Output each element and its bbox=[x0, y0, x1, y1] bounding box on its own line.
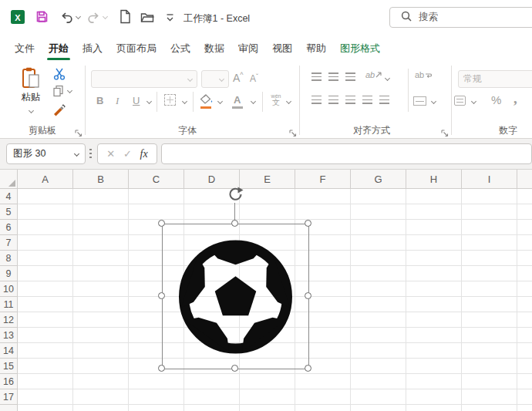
format-painter-icon[interactable] bbox=[52, 104, 66, 116]
align-middle-icon[interactable] bbox=[328, 72, 338, 81]
qat-customize-icon[interactable] bbox=[166, 13, 174, 22]
tab-file[interactable]: 文件 bbox=[8, 37, 42, 61]
align-top-icon[interactable] bbox=[311, 72, 322, 81]
undo-dropdown-icon[interactable] bbox=[76, 14, 81, 19]
row-header-9[interactable]: 9 bbox=[0, 266, 18, 281]
tab-insert[interactable]: 插入 bbox=[76, 37, 109, 61]
resize-handle-middle-right[interactable] bbox=[305, 292, 311, 299]
clipboard-dialog-launcher-icon[interactable] bbox=[75, 126, 82, 134]
align-center-icon[interactable] bbox=[328, 96, 338, 104]
row-header-6[interactable]: 6 bbox=[0, 220, 18, 235]
open-folder-icon[interactable] bbox=[140, 12, 155, 23]
row-header-8[interactable]: 8 bbox=[0, 251, 18, 266]
enter-icon[interactable]: ✓ bbox=[123, 148, 132, 160]
row-header-11[interactable]: 11 bbox=[0, 297, 18, 312]
row-header-4[interactable]: 4 bbox=[0, 189, 18, 204]
borders-dropdown-icon[interactable] bbox=[182, 99, 187, 104]
comma-style-icon[interactable]: , bbox=[513, 90, 517, 107]
row-header-5[interactable]: 5 bbox=[0, 204, 18, 220]
column-header-H[interactable]: H bbox=[406, 170, 462, 189]
paste-button-label[interactable]: 粘贴 bbox=[12, 91, 49, 104]
wrap-text-icon[interactable]: ab bbox=[415, 70, 432, 79]
orientation-dropdown-icon[interactable] bbox=[385, 76, 390, 81]
merge-center-icon[interactable] bbox=[413, 96, 426, 106]
resize-handle-bottom-left[interactable] bbox=[158, 365, 165, 372]
tab-formulas[interactable]: 公式 bbox=[163, 37, 197, 61]
formula-input[interactable] bbox=[161, 143, 532, 164]
tab-help[interactable]: 帮助 bbox=[299, 37, 333, 61]
column-header-G[interactable]: G bbox=[351, 170, 406, 189]
column-header-B[interactable]: B bbox=[73, 170, 129, 189]
search-box[interactable]: 搜索 bbox=[389, 7, 532, 28]
merge-dropdown-icon[interactable] bbox=[431, 99, 436, 104]
cut-icon[interactable] bbox=[53, 68, 66, 80]
row-header-12[interactable]: 12 bbox=[0, 312, 18, 328]
column-header-E[interactable]: E bbox=[240, 170, 295, 189]
tab-view[interactable]: 视图 bbox=[265, 37, 299, 61]
orientation-icon[interactable]: ab bbox=[365, 70, 382, 79]
decrease-indent-icon[interactable] bbox=[362, 96, 372, 104]
undo-icon[interactable] bbox=[60, 11, 73, 23]
number-format-combo[interactable]: 常规 bbox=[458, 70, 532, 88]
copy-icon[interactable] bbox=[52, 85, 64, 97]
select-all-button[interactable] bbox=[0, 170, 18, 189]
rotate-handle-icon[interactable] bbox=[228, 187, 244, 205]
font-dialog-launcher-icon[interactable] bbox=[289, 126, 297, 134]
resize-handle-bottom-right[interactable] bbox=[305, 365, 311, 372]
underline-dropdown-icon[interactable] bbox=[146, 99, 152, 104]
phonetic-guide-icon[interactable]: wén 文 bbox=[269, 93, 283, 106]
row-header-14[interactable]: 14 bbox=[0, 343, 18, 359]
increase-indent-icon[interactable] bbox=[379, 96, 389, 104]
bold-icon[interactable]: B bbox=[96, 95, 103, 106]
align-bottom-icon[interactable] bbox=[345, 72, 355, 81]
percent-style-icon[interactable]: % bbox=[491, 93, 501, 106]
resize-handle-bottom-center[interactable] bbox=[231, 365, 238, 372]
paste-icon[interactable] bbox=[21, 67, 41, 89]
underline-icon[interactable]: U bbox=[133, 95, 140, 106]
column-header-F[interactable]: F bbox=[295, 170, 351, 189]
tab-shape-format[interactable]: 图形格式 bbox=[333, 37, 387, 61]
alignment-dialog-launcher-icon[interactable] bbox=[441, 126, 449, 134]
italic-icon[interactable]: I bbox=[116, 95, 119, 107]
save-icon[interactable] bbox=[35, 10, 49, 23]
resize-handle-top-right[interactable] bbox=[305, 220, 311, 227]
resize-handle-middle-left[interactable] bbox=[158, 292, 165, 299]
tab-page-layout[interactable]: 页面布局 bbox=[109, 37, 163, 61]
resize-handle-top-left[interactable] bbox=[158, 220, 165, 227]
shrink-font-icon[interactable]: Aˇ bbox=[250, 73, 258, 84]
fill-color-icon[interactable] bbox=[200, 94, 213, 104]
row-header-17[interactable]: 17 bbox=[0, 389, 18, 405]
formula-bar-grip[interactable] bbox=[89, 149, 92, 160]
borders-icon[interactable] bbox=[164, 94, 176, 106]
name-box[interactable]: 图形 30 bbox=[6, 143, 86, 164]
row-header-15[interactable]: 15 bbox=[0, 359, 18, 374]
accounting-format-icon[interactable] bbox=[454, 96, 466, 106]
font-color-dropdown-icon[interactable] bbox=[251, 99, 256, 104]
column-header-I[interactable]: I bbox=[462, 170, 517, 189]
column-header-A[interactable]: A bbox=[18, 170, 73, 189]
fill-color-dropdown-icon[interactable] bbox=[217, 99, 223, 104]
tab-review[interactable]: 审阅 bbox=[231, 37, 265, 61]
paste-dropdown-icon[interactable] bbox=[29, 108, 34, 113]
phonetic-dropdown-icon[interactable] bbox=[286, 99, 291, 104]
row-header-16[interactable]: 16 bbox=[0, 374, 18, 389]
accounting-dropdown-icon[interactable] bbox=[471, 99, 476, 104]
name-box-dropdown-icon[interactable] bbox=[74, 151, 79, 157]
grow-font-icon[interactable]: A^ bbox=[233, 72, 244, 84]
tab-home[interactable]: 开始 bbox=[42, 37, 76, 61]
align-right-icon[interactable] bbox=[345, 96, 355, 104]
column-header-C[interactable]: C bbox=[129, 170, 184, 189]
copy-dropdown-icon[interactable] bbox=[67, 88, 72, 93]
insert-function-icon[interactable]: fx bbox=[140, 148, 148, 160]
row-header-13[interactable]: 13 bbox=[0, 328, 18, 343]
new-file-icon[interactable] bbox=[120, 9, 131, 24]
tab-data[interactable]: 数据 bbox=[197, 37, 231, 61]
row-header-7[interactable]: 7 bbox=[0, 235, 18, 251]
resize-handle-top-center[interactable] bbox=[231, 220, 238, 227]
row-header-10[interactable]: 10 bbox=[0, 281, 18, 297]
font-name-combo[interactable] bbox=[91, 70, 197, 88]
align-left-icon[interactable] bbox=[311, 96, 322, 104]
font-size-combo[interactable] bbox=[201, 70, 229, 88]
cancel-icon[interactable]: ✕ bbox=[106, 148, 115, 160]
font-color-icon[interactable]: A bbox=[234, 94, 241, 106]
